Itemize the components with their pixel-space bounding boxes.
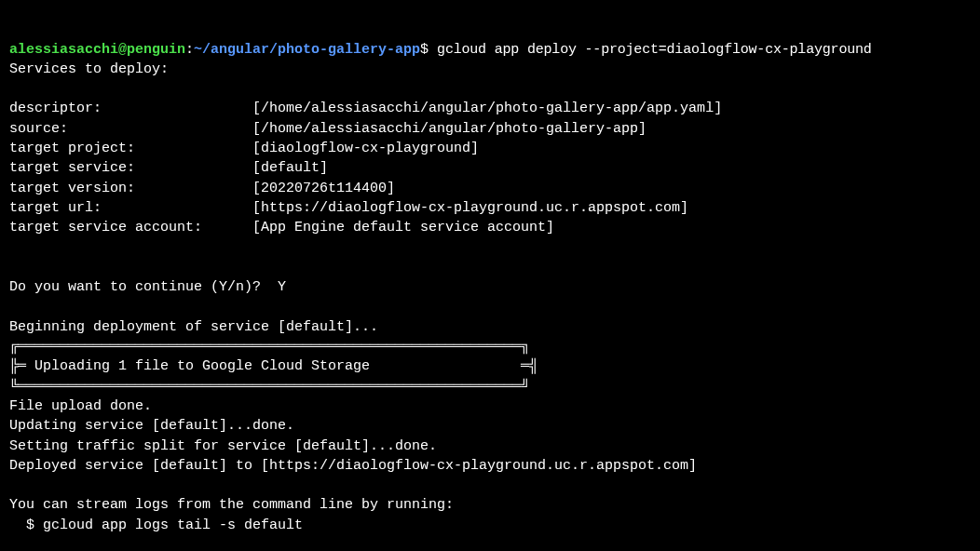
updating-service: Updating service [default]...done. — [9, 418, 294, 434]
prompt-path: ~/angular/photo-gallery-app — [194, 42, 420, 58]
confirm-prompt: Do you want to continue (Y/n)? — [9, 279, 278, 295]
target-svc-acct-value: [App Engine default service account] — [252, 220, 554, 235]
logs-cmd: $ gcloud app logs tail -s default — [9, 517, 303, 533]
target-service-value: [default] — [252, 160, 328, 176]
target-svc-acct-label: target service account: — [9, 220, 252, 235]
upload-done: File upload done. — [9, 398, 152, 414]
upload-box-top: ╔═══════════════════════════════════════… — [9, 339, 529, 355]
target-url-label: target url: — [9, 200, 252, 216]
command-text: gcloud app deploy --project=diaologflow-… — [437, 42, 871, 58]
services-header: Services to deploy: — [9, 61, 169, 77]
upload-box-bottom: ╚═══════════════════════════════════════… — [9, 379, 529, 395]
target-version-value: [20220726t114400] — [252, 181, 395, 196]
source-value: [/home/alessiasacchi/angular/photo-galle… — [252, 121, 647, 137]
target-version-label: target version: — [9, 181, 252, 196]
target-service-label: target service: — [9, 160, 252, 176]
descriptor-value: [/home/alessiasacchi/angular/photo-galle… — [252, 101, 722, 116]
prompt-user: alessiasacchi@penguin — [9, 42, 185, 58]
setting-traffic: Setting traffic split for service [defau… — [9, 438, 437, 454]
deployed-service: Deployed service [default] to [https://d… — [9, 458, 697, 474]
prompt-dollar: $ — [420, 42, 437, 58]
target-project-value: [diaologflow-cx-playground] — [252, 141, 479, 156]
source-label: source: — [9, 121, 252, 137]
prompt-colon: : — [185, 42, 194, 58]
upload-box-mid: ╠═ Uploading 1 file to Google Cloud Stor… — [9, 358, 538, 374]
terminal-output[interactable]: alessiasacchi@penguin:~/angular/photo-ga… — [9, 40, 971, 551]
descriptor-label: descriptor: — [9, 101, 252, 116]
beginning-deploy: Beginning deployment of service [default… — [9, 319, 378, 335]
target-url-value: [https://diaologflow-cx-playground.uc.r.… — [252, 200, 688, 216]
logs-hint: You can stream logs from the command lin… — [9, 497, 454, 513]
target-project-label: target project: — [9, 141, 252, 156]
confirm-answer: Y — [278, 279, 286, 295]
